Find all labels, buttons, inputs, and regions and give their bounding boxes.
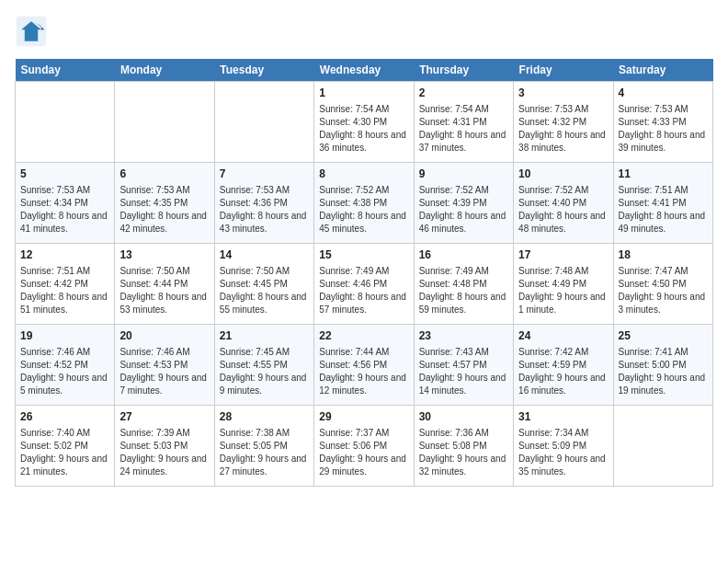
day-cell: 20Sunrise: 7:46 AM Sunset: 4:53 PM Dayli… xyxy=(115,325,214,406)
day-info: Sunrise: 7:45 AM Sunset: 4:55 PM Dayligh… xyxy=(220,346,309,397)
day-number: 21 xyxy=(220,328,309,344)
column-header-sunday: Sunday xyxy=(16,59,115,82)
day-number: 22 xyxy=(319,328,408,344)
header-row: SundayMondayTuesdayWednesdayThursdayFrid… xyxy=(16,59,713,82)
day-info: Sunrise: 7:41 AM Sunset: 5:00 PM Dayligh… xyxy=(619,346,708,397)
day-number: 23 xyxy=(419,328,508,344)
column-header-saturday: Saturday xyxy=(613,59,712,82)
day-cell: 4Sunrise: 7:53 AM Sunset: 4:33 PM Daylig… xyxy=(613,82,712,163)
column-header-thursday: Thursday xyxy=(414,59,513,82)
day-number: 16 xyxy=(419,247,508,263)
day-info: Sunrise: 7:50 AM Sunset: 4:44 PM Dayligh… xyxy=(119,265,209,316)
day-cell xyxy=(115,82,214,163)
day-cell: 17Sunrise: 7:48 AM Sunset: 4:49 PM Dayli… xyxy=(514,244,613,325)
week-row-4: 19Sunrise: 7:46 AM Sunset: 4:52 PM Dayli… xyxy=(16,325,713,406)
day-number: 2 xyxy=(419,86,508,101)
column-header-wednesday: Wednesday xyxy=(314,59,414,82)
day-cell: 29Sunrise: 7:37 AM Sunset: 5:06 PM Dayli… xyxy=(314,406,414,487)
day-number: 29 xyxy=(319,409,408,425)
day-cell: 3Sunrise: 7:53 AM Sunset: 4:32 PM Daylig… xyxy=(514,82,613,163)
day-number: 15 xyxy=(319,247,408,263)
day-info: Sunrise: 7:46 AM Sunset: 4:52 PM Dayligh… xyxy=(20,346,109,397)
day-info: Sunrise: 7:42 AM Sunset: 4:59 PM Dayligh… xyxy=(518,346,608,397)
day-number: 14 xyxy=(220,247,309,263)
day-number: 6 xyxy=(119,167,209,182)
day-cell: 15Sunrise: 7:49 AM Sunset: 4:46 PM Dayli… xyxy=(314,244,414,325)
day-cell: 16Sunrise: 7:49 AM Sunset: 4:48 PM Dayli… xyxy=(414,244,513,325)
column-header-tuesday: Tuesday xyxy=(214,59,313,82)
day-number: 24 xyxy=(518,328,608,344)
day-cell: 2Sunrise: 7:54 AM Sunset: 4:31 PM Daylig… xyxy=(414,82,513,163)
logo-icon xyxy=(15,15,48,48)
calendar-table: SundayMondayTuesdayWednesdayThursdayFrid… xyxy=(15,59,713,487)
day-info: Sunrise: 7:52 AM Sunset: 4:38 PM Dayligh… xyxy=(319,184,408,236)
day-cell: 14Sunrise: 7:50 AM Sunset: 4:45 PM Dayli… xyxy=(214,244,313,325)
day-cell: 8Sunrise: 7:52 AM Sunset: 4:38 PM Daylig… xyxy=(314,163,414,244)
day-number: 28 xyxy=(220,409,309,425)
day-number: 7 xyxy=(220,167,309,182)
day-cell: 6Sunrise: 7:53 AM Sunset: 4:35 PM Daylig… xyxy=(115,163,214,244)
day-cell: 23Sunrise: 7:43 AM Sunset: 4:57 PM Dayli… xyxy=(414,325,513,406)
day-number: 9 xyxy=(419,167,508,182)
day-number: 13 xyxy=(119,247,209,263)
day-number: 17 xyxy=(518,247,608,263)
day-info: Sunrise: 7:51 AM Sunset: 4:41 PM Dayligh… xyxy=(619,184,708,236)
day-info: Sunrise: 7:37 AM Sunset: 5:06 PM Dayligh… xyxy=(319,427,408,478)
day-cell: 27Sunrise: 7:39 AM Sunset: 5:03 PM Dayli… xyxy=(115,406,214,487)
week-row-3: 12Sunrise: 7:51 AM Sunset: 4:42 PM Dayli… xyxy=(16,244,713,325)
day-number: 26 xyxy=(20,409,109,425)
day-info: Sunrise: 7:50 AM Sunset: 4:45 PM Dayligh… xyxy=(220,265,309,316)
day-cell: 11Sunrise: 7:51 AM Sunset: 4:41 PM Dayli… xyxy=(613,163,712,244)
day-cell: 26Sunrise: 7:40 AM Sunset: 5:02 PM Dayli… xyxy=(16,406,115,487)
day-cell: 21Sunrise: 7:45 AM Sunset: 4:55 PM Dayli… xyxy=(214,325,313,406)
week-row-1: 1Sunrise: 7:54 AM Sunset: 4:30 PM Daylig… xyxy=(16,82,713,163)
day-info: Sunrise: 7:44 AM Sunset: 4:56 PM Dayligh… xyxy=(319,346,408,397)
day-cell: 28Sunrise: 7:38 AM Sunset: 5:05 PM Dayli… xyxy=(214,406,313,487)
day-number: 8 xyxy=(319,167,408,182)
logo xyxy=(15,15,51,48)
day-cell xyxy=(16,82,115,163)
day-info: Sunrise: 7:48 AM Sunset: 4:49 PM Dayligh… xyxy=(518,265,608,316)
day-info: Sunrise: 7:54 AM Sunset: 4:31 PM Dayligh… xyxy=(419,103,508,155)
day-number: 30 xyxy=(419,409,508,425)
column-header-monday: Monday xyxy=(115,59,214,82)
day-cell xyxy=(214,82,313,163)
day-cell: 30Sunrise: 7:36 AM Sunset: 5:08 PM Dayli… xyxy=(414,406,513,487)
day-info: Sunrise: 7:51 AM Sunset: 4:42 PM Dayligh… xyxy=(20,265,109,316)
day-cell: 13Sunrise: 7:50 AM Sunset: 4:44 PM Dayli… xyxy=(115,244,214,325)
day-info: Sunrise: 7:34 AM Sunset: 5:09 PM Dayligh… xyxy=(518,427,608,478)
day-info: Sunrise: 7:49 AM Sunset: 4:46 PM Dayligh… xyxy=(319,265,408,316)
day-number: 12 xyxy=(20,247,109,263)
day-info: Sunrise: 7:53 AM Sunset: 4:35 PM Dayligh… xyxy=(119,184,209,236)
day-info: Sunrise: 7:46 AM Sunset: 4:53 PM Dayligh… xyxy=(119,346,209,397)
page-header xyxy=(15,15,713,48)
day-cell xyxy=(613,406,712,487)
day-cell: 10Sunrise: 7:52 AM Sunset: 4:40 PM Dayli… xyxy=(514,163,613,244)
day-number: 25 xyxy=(619,328,708,344)
day-cell: 19Sunrise: 7:46 AM Sunset: 4:52 PM Dayli… xyxy=(16,325,115,406)
day-info: Sunrise: 7:47 AM Sunset: 4:50 PM Dayligh… xyxy=(619,265,708,316)
calendar-header: SundayMondayTuesdayWednesdayThursdayFrid… xyxy=(16,59,713,82)
day-info: Sunrise: 7:38 AM Sunset: 5:05 PM Dayligh… xyxy=(220,427,309,478)
day-info: Sunrise: 7:53 AM Sunset: 4:34 PM Dayligh… xyxy=(20,184,109,236)
day-info: Sunrise: 7:36 AM Sunset: 5:08 PM Dayligh… xyxy=(419,427,508,478)
day-cell: 18Sunrise: 7:47 AM Sunset: 4:50 PM Dayli… xyxy=(613,244,712,325)
day-info: Sunrise: 7:39 AM Sunset: 5:03 PM Dayligh… xyxy=(119,427,209,478)
day-number: 5 xyxy=(20,167,109,182)
day-cell: 7Sunrise: 7:53 AM Sunset: 4:36 PM Daylig… xyxy=(214,163,313,244)
day-info: Sunrise: 7:40 AM Sunset: 5:02 PM Dayligh… xyxy=(20,427,109,478)
day-info: Sunrise: 7:53 AM Sunset: 4:32 PM Dayligh… xyxy=(518,103,608,155)
day-info: Sunrise: 7:53 AM Sunset: 4:33 PM Dayligh… xyxy=(619,103,708,155)
day-cell: 24Sunrise: 7:42 AM Sunset: 4:59 PM Dayli… xyxy=(514,325,613,406)
day-number: 1 xyxy=(319,86,408,101)
day-number: 18 xyxy=(619,247,708,263)
day-cell: 22Sunrise: 7:44 AM Sunset: 4:56 PM Dayli… xyxy=(314,325,414,406)
day-info: Sunrise: 7:49 AM Sunset: 4:48 PM Dayligh… xyxy=(419,265,508,316)
day-number: 10 xyxy=(518,167,608,182)
calendar-body: 1Sunrise: 7:54 AM Sunset: 4:30 PM Daylig… xyxy=(16,82,713,487)
day-number: 11 xyxy=(619,167,708,182)
day-number: 4 xyxy=(619,86,708,101)
day-number: 27 xyxy=(119,409,209,425)
week-row-2: 5Sunrise: 7:53 AM Sunset: 4:34 PM Daylig… xyxy=(16,163,713,244)
day-cell: 9Sunrise: 7:52 AM Sunset: 4:39 PM Daylig… xyxy=(414,163,513,244)
